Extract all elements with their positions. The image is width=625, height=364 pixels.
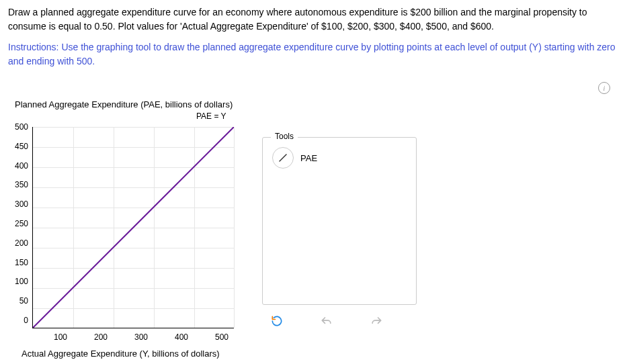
x-axis-ticks: 100 200 300 400 500: [40, 332, 242, 342]
y-tick: 150: [15, 259, 28, 267]
chart: Planned Aggregate Expenditure (PAE, bill…: [15, 99, 242, 359]
pae-line-tool-button[interactable]: [272, 147, 294, 169]
y-tick: 200: [15, 239, 28, 247]
redo-icon: [370, 314, 383, 328]
y-tick: 100: [15, 277, 28, 285]
x-tick: 500: [202, 332, 242, 342]
undo-icon: [320, 314, 333, 328]
instructions: Instructions: Use the graphing tool to d…: [8, 40, 617, 69]
info-icon[interactable]: i: [598, 82, 610, 94]
reference-line-label: PAE = Y: [196, 111, 226, 121]
y-tick: 450: [15, 142, 28, 150]
svg-line-1: [280, 154, 286, 161]
undo-button[interactable]: [319, 313, 335, 329]
x-tick: 100: [40, 332, 81, 342]
reset-icon: [270, 314, 284, 328]
question-text: Draw a planned aggregate expenditure cur…: [8, 5, 617, 34]
x-tick: 400: [161, 332, 202, 342]
reset-button[interactable]: [269, 313, 285, 329]
tools-panel: Tools PAE: [262, 137, 417, 305]
instructions-body: Use the graphing tool to draw the planne…: [8, 42, 616, 66]
x-tick: 300: [121, 332, 161, 342]
y-tick: 0: [24, 316, 28, 324]
y-tick: 500: [15, 123, 28, 131]
redo-button[interactable]: [368, 313, 384, 329]
y-tick: 250: [15, 220, 28, 228]
instructions-label: Instructions:: [8, 42, 58, 52]
x-axis-title: Actual Aggregate Expenditure (Y, billion…: [22, 349, 242, 359]
y-axis-title: Planned Aggregate Expenditure (PAE, bill…: [15, 99, 242, 109]
line-tool-icon: [278, 152, 288, 163]
y-tick: 350: [15, 181, 28, 189]
y-tick: 300: [15, 200, 28, 208]
pae-tool-label: PAE: [300, 153, 317, 163]
y-axis-ticks: 500 450 400 350 300 250 200 150 100 50 0: [15, 123, 32, 324]
y-tick: 400: [15, 162, 28, 170]
x-tick: 200: [81, 332, 121, 342]
plot-area[interactable]: [32, 127, 234, 328]
tools-title: Tools: [271, 132, 298, 141]
y-tick: 50: [19, 297, 28, 305]
